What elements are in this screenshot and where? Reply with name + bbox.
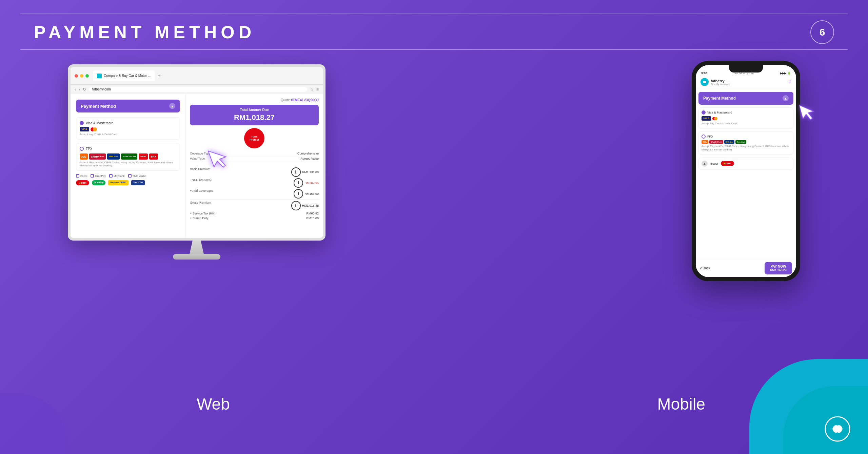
meps-icon: MEPS — [139, 153, 148, 160]
bottom-decorative-line — [20, 49, 848, 50]
boost-check[interactable]: Boost — [76, 174, 87, 178]
browser-chrome: Compare & Buy Car & Motor ... + — [71, 67, 323, 85]
tng-check[interactable]: TNG Wallet — [128, 174, 146, 178]
mastercard-icon — [91, 127, 97, 131]
desktop-payment-header-text: Payment Method — [81, 104, 116, 109]
close-window-button[interactable] — [75, 74, 78, 78]
page-number-badge: 6 — [810, 20, 834, 44]
mobile-m2u-icon: M2u — [702, 140, 708, 144]
fatberry-nav-icon — [701, 78, 709, 86]
back-button[interactable]: < Back — [700, 266, 710, 270]
phone-notch — [729, 65, 763, 73]
gross-premium-row: Gross Premium ℹ RM1,015.35 — [190, 199, 319, 211]
mobile-boost-label: Boost — [710, 162, 718, 165]
basic-premium-info[interactable]: ℹ — [291, 167, 301, 177]
maybank-label: Maybank — [114, 174, 124, 178]
mobile-visa-icon: VISA — [702, 116, 711, 121]
monitor-stand — [186, 241, 207, 254]
tng-label: TNG Wallet — [133, 174, 146, 178]
browser-window-controls — [75, 74, 89, 78]
fpx-logo-icon: FPX — [149, 153, 158, 160]
mobile-boost-logo: Boost — [721, 161, 734, 166]
mobile-card-icons: VISA — [702, 116, 790, 121]
menu-icon[interactable]: ≡ — [316, 87, 319, 92]
quote-header: Quote #FME41V3Q96OJ — [190, 98, 319, 102]
mobile-boost-option[interactable]: ▲ Boost Boost — [698, 158, 793, 170]
desktop-visa-title: Visa & Mastercard — [80, 121, 176, 125]
ncd-info[interactable]: ℹ — [294, 178, 303, 188]
mobile-cursor-arrow — [797, 100, 820, 126]
tab-favicon — [97, 74, 102, 78]
grabpay-label: GrabPay — [95, 174, 106, 178]
bank-islam-icon: BANK ISLAM — [121, 153, 137, 160]
fatberry-logo-bottom — [824, 415, 851, 444]
desktop-collapse-button[interactable]: ▲ — [169, 103, 175, 109]
boost-label: Boost — [80, 174, 87, 178]
mobile-rhb-icon: RHB Now — [724, 140, 734, 144]
phone-status-icons: ▶▶▶ 🔋 — [780, 72, 791, 75]
browser-tab[interactable]: Compare & Buy Car & Motor ... — [93, 70, 155, 81]
maybank-logo: Maybank QRPAY — [108, 180, 129, 185]
web-platform-label: Web — [197, 395, 230, 413]
phone-time: 9:03 — [701, 71, 707, 75]
monitor-base — [173, 254, 220, 260]
phone-body: 9:03 dev.fatberry.com ▶▶▶ 🔋 fatberry — [692, 61, 800, 281]
card-icons: VISA — [80, 127, 176, 131]
minimize-window-button[interactable] — [80, 74, 83, 78]
maybank-check[interactable]: Maybank — [109, 174, 124, 178]
gross-premium-info[interactable]: ℹ — [291, 201, 301, 210]
mobile-content: Visa & Mastercard VISA Accept any Credit… — [696, 107, 796, 172]
hamburger-menu-button[interactable]: ≡ — [788, 79, 791, 85]
ewallet-checkboxes: Boost GrabPay Maybank TNG Wallet — [76, 174, 180, 178]
mobile-visa-desc: Accept any Credit & Debit Card. — [702, 122, 790, 126]
amount-breakdown: Basic Premium ℹ RM1,131.80 - NCD (25.00%… — [190, 167, 319, 221]
tune-protect-logo: Tune Protect — [244, 128, 264, 148]
visa-radio[interactable] — [80, 121, 84, 125]
url-input[interactable]: fatberry.com — [89, 87, 307, 92]
bank-logos: M2u CIMBClicks RHB Now BANK ISLAM MEPS F… — [80, 153, 176, 160]
fatberry-brand: fatberry Simplify Insurance — [701, 78, 730, 86]
top-decorative-line — [20, 14, 848, 14]
stamp-duty-row: + Stamp Duty RM10.00 — [190, 216, 319, 221]
back-button[interactable]: ‹ — [75, 87, 76, 92]
mobile-visa-option[interactable]: Visa & Mastercard VISA Accept any Credit… — [698, 107, 793, 129]
mobile-payment-title: Payment Method — [703, 96, 736, 101]
mobile-visa-radio[interactable] — [702, 110, 706, 115]
maybank2u-icon: M2u — [80, 153, 88, 160]
mobile-fpx-radio[interactable] — [702, 135, 706, 139]
mobile-cimb-icon: CIMB Clicks — [709, 140, 723, 144]
total-amount-value: RM1,018.27 — [193, 113, 315, 122]
desktop-mockup: Compare & Buy Car & Motor ... + ‹ › ↻ fa… — [68, 64, 326, 274]
refresh-button[interactable]: ↻ — [83, 87, 86, 92]
grabpay-check[interactable]: GrabPay — [91, 174, 106, 178]
desktop-fpx-option[interactable]: FPX M2u CIMBClicks RHB Now BANK ISLAM ME… — [76, 143, 180, 171]
mobile-fpx-desc: Accept Maybank2u, CIMB Clicks, Hong Leon… — [702, 145, 790, 152]
maximize-window-button[interactable] — [85, 74, 89, 78]
svg-marker-2 — [799, 102, 815, 121]
phone-nav: fatberry Simplify Insurance ≡ — [696, 75, 796, 89]
mobile-fpx-option[interactable]: FPX M2u CIMB Clicks RHB Now Bank Islam A… — [698, 131, 793, 155]
mobile-platform-label: Mobile — [657, 395, 705, 413]
mobile-boost-collapse[interactable]: ▲ — [702, 161, 708, 167]
desktop-fpx-title: FPX — [80, 147, 176, 151]
mobile-collapse-button[interactable]: ▲ — [783, 95, 789, 101]
desktop-quote-panel: Quote #FME41V3Q96OJ Total Amount Due RM1… — [186, 94, 323, 238]
mobile-fpx-title: FPX — [702, 135, 790, 139]
desktop-payment-panel: Payment Method ▲ Visa & Mastercard VISA — [71, 94, 186, 238]
pay-now-button[interactable]: PAY NOW RM1,168.27 — [765, 262, 792, 274]
forward-button[interactable]: › — [79, 87, 80, 92]
add-coverages-info[interactable]: ℹ — [294, 189, 303, 199]
total-amount-label: Total Amount Due — [193, 108, 315, 112]
mobile-mockup: 9:03 dev.fatberry.com ▶▶▶ 🔋 fatberry — [692, 61, 800, 281]
ncd-row: - NCD (25.00%) ℹ RM282.95 — [190, 178, 319, 188]
quote-id: #FME41V3Q96OJ — [291, 98, 319, 102]
mobile-footer: < Back PAY NOW RM1,168.27 — [696, 259, 796, 277]
monitor-body: Compare & Buy Car & Motor ... + ‹ › ↻ fa… — [68, 64, 326, 241]
bookmark-icon[interactable]: ☆ — [310, 87, 314, 92]
new-tab-button[interactable]: + — [157, 73, 160, 79]
service-tax-row: + Service Tax (6%) RM60.92 — [190, 211, 319, 216]
desktop-visa-option[interactable]: Visa & Mastercard VISA Accept any Credit… — [76, 117, 180, 140]
basic-premium-row: Basic Premium ℹ RM1,131.80 — [190, 167, 319, 178]
fpx-radio[interactable] — [80, 147, 84, 151]
mobile-visa-title: Visa & Mastercard — [702, 110, 790, 115]
